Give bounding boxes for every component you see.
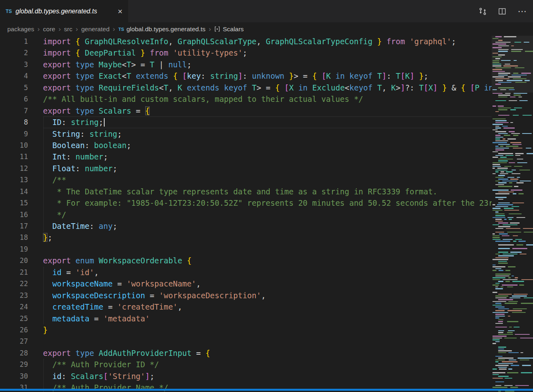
line-number[interactable]: 9 (0, 128, 43, 140)
code-token: [ (423, 83, 428, 92)
code-text: id: Scalars['String']; (43, 370, 492, 382)
breadcrumb-item-generated[interactable]: generated (81, 26, 110, 33)
line-number[interactable]: 6 (0, 93, 43, 105)
minimap-token (498, 376, 509, 377)
line-number[interactable]: 12 (0, 163, 43, 174)
line-number[interactable]: 30 (0, 370, 43, 382)
code-line[interactable]: 22 workspaceName = 'workspaceName', (0, 278, 492, 289)
code-token (415, 71, 419, 80)
minimap[interactable] (492, 36, 533, 392)
minimap-token (510, 122, 513, 123)
minimap-token (518, 97, 522, 98)
code-line[interactable]: 27 (0, 336, 492, 347)
code-line[interactable]: 2import { DeepPartial } from 'utility-ty… (0, 47, 492, 58)
code-line[interactable]: 21 id = 'id', (0, 267, 492, 278)
breadcrumb-item-file[interactable]: TS global.db.types.generated.ts (118, 26, 206, 33)
line-number[interactable]: 18 (0, 232, 43, 243)
line-number[interactable]: 27 (0, 336, 43, 347)
code-line[interactable]: 13 /** (0, 174, 492, 185)
code-line[interactable]: 5export type RequireFields<T, K extends … (0, 82, 492, 93)
line-number[interactable]: 23 (0, 290, 43, 301)
code-text: import { DeepPartial } from 'utility-typ… (43, 47, 492, 58)
code-line[interactable]: 23 workspaceDescription = 'workspaceDesc… (0, 290, 492, 301)
code-line[interactable]: 3export type Maybe<T> = T | null; (0, 59, 492, 70)
code-line[interactable]: 12 Float: number; (0, 163, 492, 174)
code-line[interactable]: 8 ID: string; (0, 116, 492, 128)
code-token: * The DateTime scalar type represents da… (43, 187, 437, 196)
code-line[interactable]: 6/** All built-in and custom scalars, ma… (0, 93, 492, 105)
line-number[interactable]: 24 (0, 301, 43, 312)
breadcrumb-item-core[interactable]: core (43, 26, 55, 33)
minimap-token (495, 140, 508, 142)
code-line[interactable]: 24 createdTime = 'createdTime', (0, 301, 492, 312)
code-line[interactable]: 25 metadata = 'metadata' (0, 313, 492, 324)
code-line[interactable]: 4export type Exact<T extends { [key: str… (0, 70, 492, 82)
code-line[interactable]: 7export type Scalars = { (0, 105, 492, 116)
code-line[interactable]: 1import { GraphQLResolveInfo, GraphQLSca… (0, 36, 492, 47)
minimap-slider[interactable] (492, 36, 533, 93)
line-number[interactable]: 11 (0, 151, 43, 162)
line-number[interactable]: 25 (0, 313, 43, 324)
minimap-token (492, 387, 507, 388)
open-changes-button[interactable] (479, 7, 487, 15)
line-number[interactable]: 21 (0, 267, 43, 278)
code-line[interactable]: 26} (0, 324, 492, 336)
line-number[interactable]: 17 (0, 220, 43, 232)
line-number[interactable]: 3 (0, 59, 43, 70)
code-text: } (43, 324, 492, 336)
minimap-token (498, 281, 503, 282)
code-token: T (377, 71, 382, 80)
line-number[interactable]: 16 (0, 209, 43, 220)
bottom-accent-bar (0, 389, 533, 391)
code-line[interactable]: 9 String: string; (0, 128, 492, 140)
code-editor[interactable]: 1import { GraphQLResolveInfo, GraphQLSca… (0, 36, 533, 392)
line-number[interactable]: 8 (0, 116, 43, 128)
minimap-token (495, 310, 505, 311)
minimap-token (514, 108, 522, 109)
line-number[interactable]: 19 (0, 243, 43, 255)
code-line[interactable]: 16 */ (0, 209, 492, 220)
code-line[interactable]: 28export type AddAuthProviderInput = { (0, 347, 492, 359)
code-line[interactable]: 19 (0, 243, 492, 255)
tab-global-db-types-generated[interactable]: TS global.db.types.generated.ts × (0, 0, 128, 22)
breadcrumb-item-src[interactable]: src (64, 26, 73, 33)
code-line[interactable]: 29 /** Auth Provider ID */ (0, 359, 492, 370)
minimap-token (492, 292, 497, 293)
code-line[interactable]: 10 Boolean: boolean; (0, 140, 492, 151)
code-token: X (289, 83, 294, 92)
more-actions-button[interactable]: ⋯ (518, 7, 527, 16)
line-number[interactable]: 13 (0, 174, 43, 185)
code-line[interactable]: 14 * The DateTime scalar type represents… (0, 186, 492, 197)
minimap-token (524, 232, 533, 233)
minimap-token (502, 181, 518, 182)
breadcrumb-item-packages[interactable]: packages (7, 26, 34, 33)
code-line[interactable]: 30 id: Scalars['String']; (0, 370, 492, 382)
code-line[interactable]: 18}; (0, 232, 492, 243)
close-tab-button[interactable]: × (118, 7, 123, 15)
code-line[interactable]: 20export enum WorkspaceOrderable { (0, 255, 492, 266)
minimap-token (498, 160, 508, 162)
line-number[interactable]: 4 (0, 70, 43, 82)
line-number[interactable]: 10 (0, 140, 43, 151)
code-line[interactable]: 11 Int: number; (0, 151, 492, 162)
line-number[interactable]: 26 (0, 324, 43, 336)
minimap-token (495, 385, 501, 386)
line-number[interactable]: 20 (0, 255, 43, 266)
line-number[interactable]: 14 (0, 186, 43, 197)
line-number[interactable]: 2 (0, 47, 43, 58)
split-editor-button[interactable] (498, 7, 506, 15)
breadcrumb-item-symbol[interactable]: Scalars (214, 26, 244, 33)
line-number[interactable]: 7 (0, 105, 43, 116)
line-number[interactable]: 22 (0, 278, 43, 289)
line-number[interactable]: 1 (0, 36, 43, 47)
code-text: /** (43, 174, 492, 185)
line-number[interactable]: 29 (0, 359, 43, 370)
minimap-token (495, 288, 503, 289)
line-number[interactable]: 15 (0, 197, 43, 209)
code-line[interactable]: 15 * For example: "1985-04-12T23:20:50.5… (0, 197, 492, 209)
minimap-token (492, 265, 496, 266)
line-number[interactable]: 28 (0, 347, 43, 359)
line-number[interactable]: 5 (0, 82, 43, 93)
minimap-token (492, 208, 501, 209)
code-line[interactable]: 17 DateTime: any; (0, 220, 492, 232)
